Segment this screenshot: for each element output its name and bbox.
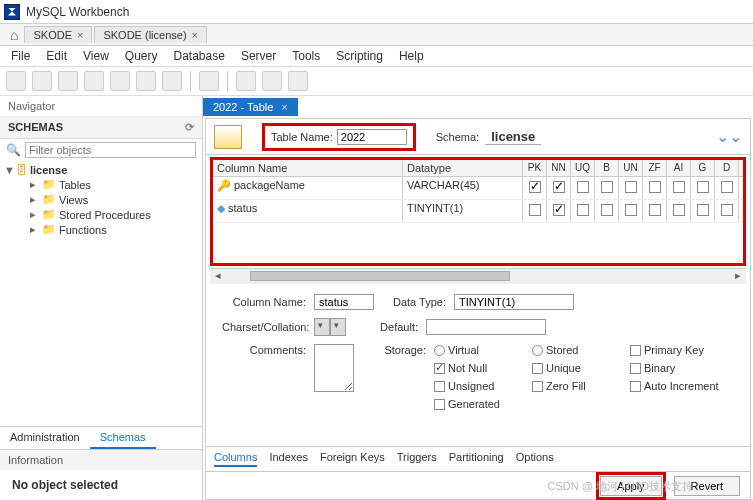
check-auto-increment[interactable]: Auto Increment <box>630 380 719 392</box>
filter-row: 🔍 <box>0 139 202 161</box>
checkbox[interactable] <box>577 181 589 193</box>
check-zero-fill[interactable]: Zero Fill <box>532 380 612 392</box>
check-primary-key[interactable]: Primary Key <box>630 344 710 356</box>
scroll-thumb[interactable] <box>250 271 510 281</box>
subtab-indexes[interactable]: Indexes <box>269 451 308 467</box>
checkbox[interactable] <box>721 204 733 216</box>
checkbox-nn[interactable] <box>553 181 565 193</box>
key-icon: 🔑 <box>217 179 231 191</box>
editor-tab[interactable]: 2022 - Table× <box>203 98 298 116</box>
checkbox[interactable] <box>625 204 637 216</box>
window-tab[interactable]: SKODE× <box>24 26 92 43</box>
tree-folder[interactable]: ▸📁Views <box>4 192 198 207</box>
menu-server[interactable]: Server <box>234 48 283 64</box>
menu-file[interactable]: File <box>4 48 37 64</box>
check-not-null[interactable]: Not Null <box>434 362 514 374</box>
navigator-title: Navigator <box>0 96 202 117</box>
subtab-columns[interactable]: Columns <box>214 451 257 467</box>
column-row[interactable]: ◆status TINYINT(1) <box>213 200 743 223</box>
scroll-left-icon[interactable]: ◂ <box>210 269 226 285</box>
table-icon <box>214 125 242 149</box>
information-header: Information <box>0 449 202 470</box>
tree-db-node[interactable]: ▼🗄license <box>4 163 198 177</box>
collapse-icon[interactable]: ⌄⌄ <box>716 127 742 146</box>
check-binary[interactable]: Binary <box>630 362 710 374</box>
checkbox-nn[interactable] <box>553 204 565 216</box>
check-generated[interactable]: Generated <box>434 398 514 410</box>
toolbar-button[interactable] <box>32 71 52 91</box>
collation-dropdown[interactable] <box>330 318 346 336</box>
diamond-icon: ◆ <box>217 202 225 214</box>
checkbox-pk[interactable] <box>529 204 541 216</box>
editor-tabs: 2022 - Table× <box>203 96 753 118</box>
checkbox[interactable] <box>673 204 685 216</box>
toolbar-button[interactable] <box>288 71 308 91</box>
refresh-icon[interactable]: ⟳ <box>185 121 194 134</box>
schema-label: Schema: <box>436 131 479 143</box>
subtab-partitioning[interactable]: Partitioning <box>449 451 504 467</box>
menu-edit[interactable]: Edit <box>39 48 74 64</box>
schema-value: license <box>485 129 541 145</box>
tree-folder[interactable]: ▸📁Functions <box>4 222 198 237</box>
tab-schemas[interactable]: Schemas <box>90 427 156 449</box>
comments-input[interactable] <box>314 344 354 392</box>
filter-input[interactable] <box>25 142 196 158</box>
column-row[interactable]: 🔑packageName VARCHAR(45) <box>213 177 743 200</box>
grid-header: Column Name Datatype PK NN UQ B UN ZF AI… <box>213 160 743 177</box>
checkbox[interactable] <box>649 181 661 193</box>
charset-dropdown[interactable] <box>314 318 330 336</box>
checkbox[interactable] <box>625 181 637 193</box>
home-icon[interactable]: ⌂ <box>4 27 24 43</box>
data-type-input[interactable] <box>454 294 574 310</box>
default-input[interactable] <box>426 319 546 335</box>
toolbar-button[interactable] <box>262 71 282 91</box>
checkbox[interactable] <box>577 204 589 216</box>
toolbar-button[interactable] <box>6 71 26 91</box>
menu-query[interactable]: Query <box>118 48 165 64</box>
toolbar-button[interactable] <box>110 71 130 91</box>
table-name-label: Table Name: <box>271 131 333 143</box>
menu-database[interactable]: Database <box>167 48 232 64</box>
checkbox-pk[interactable] <box>529 181 541 193</box>
toolbar-button[interactable] <box>136 71 156 91</box>
close-icon[interactable]: × <box>281 101 287 113</box>
check-unsigned[interactable]: Unsigned <box>434 380 514 392</box>
scroll-right-icon[interactable]: ▸ <box>730 269 746 285</box>
toolbar-button[interactable] <box>199 71 219 91</box>
navigator-bottom-tabs: Administration Schemas <box>0 426 202 449</box>
close-icon[interactable]: × <box>192 29 198 41</box>
tab-administration[interactable]: Administration <box>0 427 90 449</box>
checkbox[interactable] <box>649 204 661 216</box>
checkbox[interactable] <box>697 204 709 216</box>
menu-scripting[interactable]: Scripting <box>329 48 390 64</box>
tree-folder[interactable]: ▸📁Tables <box>4 177 198 192</box>
menu-help[interactable]: Help <box>392 48 431 64</box>
subtab-foreign-keys[interactable]: Foreign Keys <box>320 451 385 467</box>
checkbox[interactable] <box>601 181 613 193</box>
menu-tools[interactable]: Tools <box>285 48 327 64</box>
tree-folder[interactable]: ▸📁Stored Procedures <box>4 207 198 222</box>
menu-view[interactable]: View <box>76 48 116 64</box>
toolbar-button[interactable] <box>58 71 78 91</box>
subtab-triggers[interactable]: Triggers <box>397 451 437 467</box>
subtab-options[interactable]: Options <box>516 451 554 467</box>
close-icon[interactable]: × <box>77 29 83 41</box>
checkbox[interactable] <box>697 181 709 193</box>
column-grid: Column Name Datatype PK NN UQ B UN ZF AI… <box>210 157 746 266</box>
radio-virtual[interactable]: Virtual <box>434 344 514 356</box>
radio-stored[interactable]: Stored <box>532 344 612 356</box>
window-tab[interactable]: SKODE (license)× <box>94 26 207 43</box>
checkbox[interactable] <box>721 181 733 193</box>
checkbox[interactable] <box>601 204 613 216</box>
toolbar-button[interactable] <box>236 71 256 91</box>
column-name-input[interactable] <box>314 294 374 310</box>
checkbox[interactable] <box>673 181 685 193</box>
check-unique[interactable]: Unique <box>532 362 612 374</box>
schemas-header: SCHEMAS ⟳ <box>0 117 202 139</box>
toolbar-button[interactable] <box>84 71 104 91</box>
toolbar-button[interactable] <box>162 71 182 91</box>
table-header: Table Name: Schema: license ⌄⌄ <box>206 119 750 155</box>
horizontal-scrollbar[interactable]: ◂ ▸ <box>210 268 746 284</box>
table-name-input[interactable] <box>337 129 407 145</box>
toolbar-separator <box>190 71 191 91</box>
